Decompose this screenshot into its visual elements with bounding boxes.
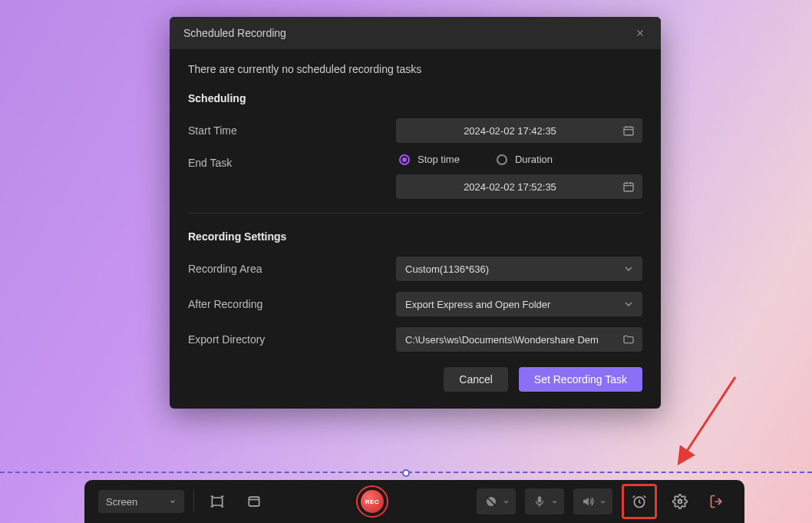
export-directory-input[interactable]: C:\Users\ws\Documents\Wondershare Dem (396, 327, 642, 352)
chevron-down-icon (503, 498, 510, 505)
dialog-title: Scheduled Recording (183, 27, 286, 39)
chevron-down-icon (551, 498, 558, 505)
recording-area-border (0, 472, 812, 473)
svg-rect-0 (624, 127, 633, 135)
svg-rect-2 (212, 498, 222, 505)
calendar-icon[interactable] (622, 180, 635, 193)
settings-button[interactable] (666, 488, 694, 515)
radio-stop-time-circle (399, 154, 410, 165)
exit-icon (709, 494, 725, 509)
section-divider (188, 213, 642, 214)
export-directory-label: Export Directory (188, 333, 396, 346)
scheduled-recording-dialog: Scheduled Recording There are currently … (170, 17, 661, 409)
resize-handle[interactable] (402, 469, 410, 477)
webcam-toggle[interactable] (477, 488, 516, 515)
recording-area-select[interactable]: Custom(1136*636) (396, 257, 642, 281)
end-time-input[interactable]: 2024-02-02 17:52:35 (396, 174, 642, 199)
after-recording-select[interactable]: Export Express and Open Folder (396, 292, 642, 316)
chevron-down-icon (599, 498, 606, 505)
radio-duration-circle (497, 154, 507, 165)
window-icon (246, 494, 262, 509)
recorder-toolbar: Screen REC (84, 480, 744, 523)
system-audio-toggle[interactable] (573, 488, 612, 515)
export-directory-row: Export Directory C:\Users\ws\Documents\W… (188, 327, 642, 352)
microphone-toggle[interactable] (525, 488, 564, 515)
set-recording-task-button[interactable]: Set Recording Task (519, 367, 642, 392)
dialog-footer: Cancel Set Recording Task (188, 367, 642, 392)
start-time-value: 2024-02-02 17:42:35 (464, 125, 556, 137)
scheduling-heading: Scheduling (188, 92, 642, 104)
end-task-radio-group: Stop time Duration (396, 154, 642, 165)
alarm-clock-icon (632, 494, 647, 509)
empty-tasks-message: There are currently no scheduled recordi… (188, 63, 642, 75)
after-recording-row: After Recording Export Express and Open … (188, 292, 642, 316)
recording-settings-heading: Recording Settings (188, 230, 642, 243)
svg-rect-3 (249, 497, 259, 506)
dialog-header: Scheduled Recording (170, 17, 661, 49)
capture-mode-select[interactable]: Screen (98, 490, 184, 513)
arrow-annotation (666, 371, 743, 477)
exit-button[interactable] (703, 488, 731, 515)
end-task-label: End Task (188, 154, 396, 169)
export-directory-value: C:\Users\ws\Documents\Wondershare Dem (405, 334, 599, 346)
calendar-icon[interactable] (622, 124, 635, 137)
after-recording-label: After Recording (188, 298, 396, 310)
speaker-icon (581, 495, 595, 508)
webcam-off-icon (484, 495, 498, 508)
start-time-input[interactable]: 2024-02-02 17:42:35 (396, 118, 642, 143)
folder-icon[interactable] (622, 333, 635, 346)
record-button-inner: REC (361, 490, 384, 513)
gear-icon (672, 494, 688, 509)
schedule-button-highlight (622, 484, 657, 519)
end-task-row: End Task Stop time Duration 2024-02-02 1… (188, 154, 642, 199)
radio-duration-label: Duration (515, 154, 553, 165)
record-button[interactable]: REC (356, 485, 388, 518)
cancel-button[interactable]: Cancel (444, 367, 508, 392)
svg-rect-1 (624, 183, 633, 191)
close-icon (635, 28, 645, 38)
recording-area-value: Custom(1136*636) (405, 263, 489, 275)
svg-line-9 (680, 377, 735, 462)
capture-mode-value: Screen (106, 496, 137, 508)
chevron-down-icon (622, 298, 635, 310)
start-time-label: Start Time (188, 124, 396, 137)
radio-stop-time[interactable]: Stop time (399, 154, 460, 165)
radio-duration[interactable]: Duration (497, 154, 553, 165)
toolbar-divider (193, 491, 194, 512)
start-time-row: Start Time 2024-02-02 17:42:35 (188, 118, 642, 143)
radio-stop-time-label: Stop time (418, 154, 460, 165)
schedule-button[interactable] (629, 491, 650, 512)
close-button[interactable] (633, 26, 647, 40)
after-recording-value: Export Express and Open Folder (405, 299, 550, 310)
dialog-body: There are currently no scheduled recordi… (170, 49, 661, 409)
svg-rect-5 (538, 496, 542, 502)
recording-area-row: Recording Area Custom(1136*636) (188, 257, 642, 281)
end-time-value: 2024-02-02 17:52:35 (464, 181, 556, 193)
crop-area-button[interactable] (203, 488, 231, 515)
chevron-down-icon (169, 498, 177, 505)
microphone-icon (533, 495, 546, 508)
chevron-down-icon (622, 263, 635, 275)
recording-area-label: Recording Area (188, 263, 396, 275)
crop-icon (210, 494, 225, 509)
window-button[interactable] (240, 488, 268, 515)
